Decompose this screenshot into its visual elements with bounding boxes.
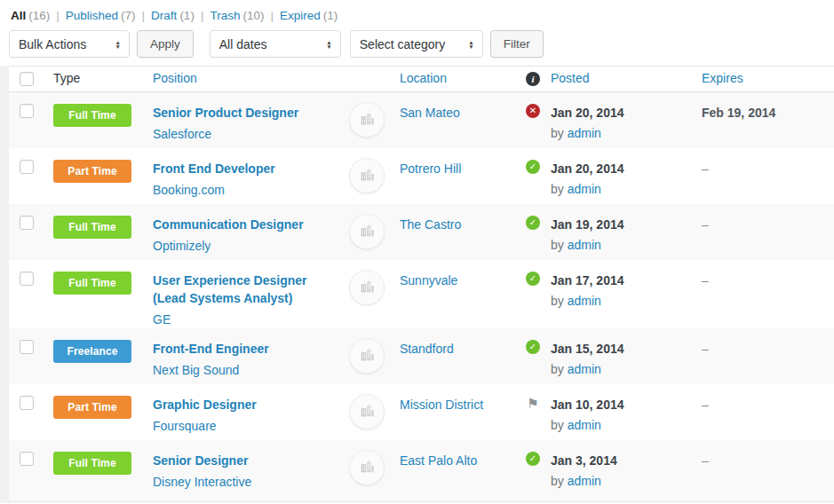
job-type-badge: Full Time <box>53 272 131 295</box>
expires-date: – <box>702 273 709 287</box>
company-logo-placeholder <box>349 214 385 249</box>
by-label: by <box>551 474 564 488</box>
position-link[interactable]: Graphic Designer <box>153 396 330 413</box>
buildings-icon <box>359 111 375 130</box>
view-label: Draft <box>151 9 177 22</box>
select-arrows-icon: ▲▼ <box>326 40 331 49</box>
status-icon: ✕ <box>526 104 540 118</box>
buildings-icon <box>359 347 375 366</box>
author-link[interactable]: admin <box>568 238 601 252</box>
company-logo-placeholder <box>349 158 385 193</box>
company-link[interactable]: Salesforce <box>153 126 342 143</box>
job-type-badge: Full Time <box>53 104 131 127</box>
view-count: (10) <box>242 9 264 22</box>
job-type-badge: Freelance <box>53 340 131 363</box>
position-link[interactable]: Communication Designer <box>153 216 330 233</box>
view-label: Expired <box>280 9 321 22</box>
job-type-badge: Part Time <box>53 396 131 419</box>
position-link[interactable]: Senior Product Designer <box>153 104 330 122</box>
view-count: (7) <box>121 9 136 22</box>
table-row: Full Time User Experience Designer (Lead… <box>9 260 834 328</box>
posted-date: Jan 15, 2014 <box>551 340 702 358</box>
column-header-posted[interactable]: Posted <box>551 67 702 85</box>
location-link[interactable]: The Castro <box>400 217 461 232</box>
company-link[interactable]: Next Big Sound <box>153 362 342 379</box>
table-row: Full Time Communication Designer Optimiz… <box>9 204 834 260</box>
position-link[interactable]: Front-End Engineer <box>153 340 330 358</box>
buildings-icon <box>359 459 375 477</box>
company-link[interactable]: Booking.com <box>153 182 342 199</box>
view-filter-bar: All(16) | Published(7) | Draft(1) | Tras… <box>0 0 834 22</box>
author-link[interactable]: admin <box>568 294 601 308</box>
status-icon: ✓ <box>526 340 540 354</box>
jobs-table: Type Position Location i Posted Expires … <box>9 66 834 500</box>
status-icon: ✓ <box>526 452 540 466</box>
location-link[interactable]: Mission District <box>400 398 483 412</box>
info-icon: i <box>526 72 540 86</box>
table-row: Part Time Graphic Designer Foursquare <box>9 384 834 440</box>
view-link-all[interactable]: All(16) <box>11 9 50 22</box>
row-checkbox[interactable] <box>20 272 34 286</box>
buildings-icon <box>359 223 375 241</box>
column-header-type: Type <box>53 67 153 85</box>
select-all-checkbox[interactable] <box>20 72 34 86</box>
row-checkbox[interactable] <box>20 104 34 118</box>
posted-date: Jan 19, 2014 <box>551 216 702 233</box>
category-filter-select[interactable]: Select category ▲▼ <box>350 30 483 58</box>
company-link[interactable]: Optimizely <box>153 238 342 255</box>
column-header-location[interactable]: Location <box>400 67 524 85</box>
location-link[interactable]: East Palo Alto <box>400 453 477 468</box>
table-wrapper: Type Position Location i Posted Expires … <box>0 66 834 503</box>
position-link[interactable]: Senior Designer <box>153 452 330 469</box>
company-logo-placeholder <box>349 338 385 374</box>
dates-filter-select[interactable]: All dates ▲▼ <box>210 30 341 58</box>
by-label: by <box>551 126 564 140</box>
table-row: Part Time Front End Developer Booking.co… <box>9 148 834 204</box>
select-arrows-icon: ▲▼ <box>468 40 473 49</box>
view-count: (1) <box>323 9 338 22</box>
row-checkbox[interactable] <box>20 396 34 410</box>
separator: | <box>270 9 274 22</box>
row-checkbox[interactable] <box>20 452 34 466</box>
buildings-icon <box>359 403 375 421</box>
row-checkbox[interactable] <box>20 216 34 230</box>
author-link[interactable]: admin <box>568 126 601 140</box>
filter-button[interactable]: Filter <box>490 30 544 58</box>
category-filter-value: Select category <box>360 37 446 51</box>
expires-date: – <box>702 161 709 176</box>
view-link-draft[interactable]: Draft(1) <box>151 9 195 22</box>
position-link[interactable]: User Experience Designer (Lead Systems A… <box>153 272 330 307</box>
location-link[interactable]: Standford <box>400 342 454 356</box>
location-link[interactable]: San Mateo <box>400 106 460 120</box>
bulk-actions-value: Bulk Actions <box>19 37 86 51</box>
job-type-badge: Full Time <box>53 216 131 239</box>
company-link[interactable]: Disney Interactive <box>153 474 342 491</box>
row-checkbox[interactable] <box>20 160 34 174</box>
view-label: All <box>11 9 26 22</box>
view-link-trash[interactable]: Trash(10) <box>210 9 264 22</box>
status-icon: ✓ <box>526 160 540 174</box>
author-link[interactable]: admin <box>568 182 601 196</box>
expires-date: – <box>702 217 709 232</box>
location-link[interactable]: Potrero Hill <box>400 161 461 176</box>
select-arrows-icon: ▲▼ <box>115 40 121 49</box>
company-link[interactable]: GE <box>153 311 342 328</box>
view-link-published[interactable]: Published(7) <box>66 9 136 22</box>
apply-button[interactable]: Apply <box>137 30 194 58</box>
author-link[interactable]: admin <box>568 362 601 376</box>
company-link[interactable]: Foursquare <box>153 418 342 435</box>
location-link[interactable]: Sunnyvale <box>400 273 457 287</box>
row-checkbox[interactable] <box>20 340 34 354</box>
column-header-expires[interactable]: Expires <box>702 67 834 85</box>
author-link[interactable]: admin <box>568 418 601 432</box>
author-link[interactable]: admin <box>568 474 601 488</box>
view-link-expired[interactable]: Expired(1) <box>280 9 338 22</box>
posted-date: Jan 10, 2014 <box>551 396 702 413</box>
table-row: Full Time Senior Product Designer Salesf… <box>9 92 834 148</box>
job-type-badge: Part Time <box>53 160 131 183</box>
column-header-position[interactable]: Position <box>153 67 342 85</box>
bulk-actions-select[interactable]: Bulk Actions ▲▼ <box>9 30 130 58</box>
expires-date: – <box>702 342 709 356</box>
position-link[interactable]: Front End Developer <box>153 160 330 177</box>
posted-date: Jan 20, 2014 <box>551 160 702 177</box>
